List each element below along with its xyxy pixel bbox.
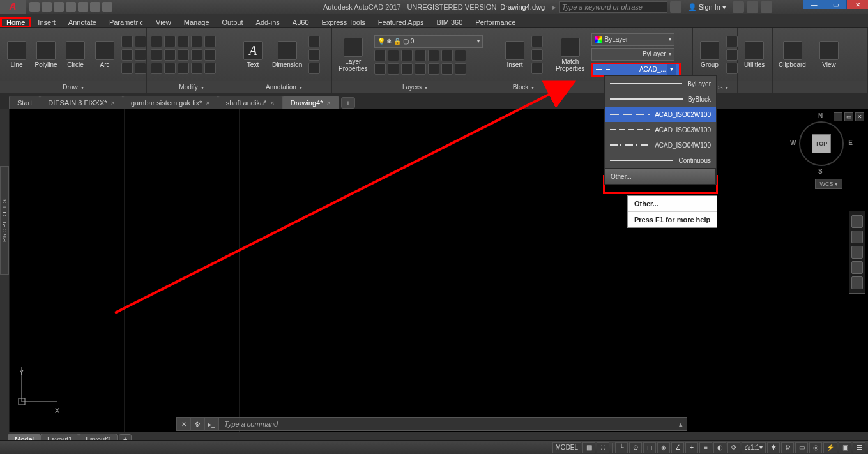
array-icon[interactable]: [191, 49, 202, 61]
help-icon[interactable]: [761, 1, 772, 13]
cmdline-history-icon[interactable]: ▴: [675, 420, 687, 428]
layer-iso-icon[interactable]: [428, 50, 439, 61]
qat-save-icon[interactable]: [54, 2, 64, 12]
status-dyn-icon[interactable]: +: [685, 442, 698, 453]
view-button[interactable]: View: [816, 40, 842, 70]
move-icon[interactable]: [151, 36, 162, 47]
mtext-icon[interactable]: [308, 63, 320, 74]
dimension-button[interactable]: Dimension: [270, 40, 305, 70]
hatch-icon[interactable]: [121, 49, 133, 61]
ribbon-tab-performance[interactable]: Performance: [469, 17, 522, 27]
viewcube-n[interactable]: N: [818, 112, 823, 119]
leader-icon[interactable]: [308, 36, 320, 47]
signin-button[interactable]: 👤 Sign In ▾: [684, 3, 730, 11]
status-otrack-icon[interactable]: ∠: [671, 442, 684, 453]
linetype-item[interactable]: ACAD_ISO04W100: [605, 137, 716, 153]
drawing-canvas[interactable]: — ▭ ✕ TOP N S E W WCS ▾ Y X: [9, 109, 868, 432]
color-combo[interactable]: ByLayer▾: [591, 33, 674, 46]
erase-icon[interactable]: [191, 36, 202, 47]
linetype-item[interactable]: ACAD_ISO03W100: [605, 122, 716, 137]
polyline-button[interactable]: Polyline: [33, 40, 59, 70]
infocenter-search-icon[interactable]: [670, 1, 681, 13]
nav-orbit-icon[interactable]: [851, 261, 863, 274]
ribbon-tab-home[interactable]: Home: [0, 17, 31, 27]
window-maximize-button[interactable]: ▭: [825, 0, 846, 9]
app-menu-button[interactable]: A: [0, 0, 26, 14]
status-hardware-icon[interactable]: ⚡: [823, 442, 837, 453]
status-ortho-icon[interactable]: └: [615, 442, 628, 453]
ellipse-icon[interactable]: [135, 36, 146, 47]
ribbon-tab-bim-360[interactable]: BIM 360: [430, 17, 469, 27]
status-annotation-icon[interactable]: ✱: [767, 442, 780, 453]
extend-icon[interactable]: [178, 63, 189, 74]
infocenter-search-input[interactable]: Type a keyword or phrase: [559, 1, 667, 13]
status-osnap-icon[interactable]: ◻: [643, 442, 656, 453]
attr-icon[interactable]: [531, 63, 543, 74]
layer-walk-icon[interactable]: [441, 63, 453, 75]
arc-button[interactable]: Arc: [92, 40, 118, 70]
status-cycling-icon[interactable]: ⟳: [727, 442, 740, 453]
window-close-button[interactable]: ✕: [846, 0, 868, 9]
ungroup-icon[interactable]: [726, 36, 738, 47]
stayconnected-icon[interactable]: [747, 1, 758, 13]
chamfer-icon[interactable]: [191, 63, 202, 74]
circle-button[interactable]: Circle: [63, 40, 88, 70]
layer-prev-icon[interactable]: [455, 50, 466, 61]
linetype-other-button[interactable]: Other...: [605, 168, 716, 185]
status-annoscale-button[interactable]: ⚖ 1:1 ▾: [742, 442, 766, 453]
qat-redo-icon[interactable]: [102, 2, 112, 12]
linetype-combo[interactable]: — – — – ACAD_... ▼: [591, 63, 681, 77]
layer-freeze-icon[interactable]: [388, 50, 399, 61]
create-block-icon[interactable]: [531, 36, 543, 47]
viewcube-s[interactable]: S: [818, 168, 823, 175]
qat-undo-icon[interactable]: [90, 2, 100, 12]
layer-thaw-icon[interactable]: [388, 63, 399, 75]
spline-icon[interactable]: [135, 49, 146, 61]
clipboard-button[interactable]: Clipboard: [777, 40, 808, 70]
scale-icon[interactable]: [164, 63, 176, 74]
cmdline-config-icon[interactable]: ⚙: [191, 418, 205, 430]
rotate-icon[interactable]: [164, 36, 176, 47]
qat-open-icon[interactable]: [42, 2, 52, 12]
status-grid-icon[interactable]: ▦: [582, 442, 595, 453]
point-icon[interactable]: [121, 63, 133, 74]
stretch-icon[interactable]: [151, 63, 162, 74]
insert-button[interactable]: Insert: [502, 40, 528, 70]
qat-saveas-icon[interactable]: [66, 2, 76, 12]
qat-new-icon[interactable]: [29, 2, 40, 12]
status-model-button[interactable]: MODEL: [552, 442, 582, 453]
trim-icon[interactable]: [178, 36, 189, 47]
ribbon-tab-add-ins[interactable]: Add-ins: [250, 17, 286, 27]
align-icon[interactable]: [204, 63, 216, 74]
layer-delete-icon[interactable]: [428, 63, 439, 75]
table-icon[interactable]: [308, 49, 320, 61]
rectangle-icon[interactable]: [121, 36, 133, 47]
ribbon-tab-a360[interactable]: A360: [286, 17, 316, 27]
group-bbox-icon[interactable]: [726, 63, 738, 74]
doc-tab[interactable]: DIESAIN 3 FIXXX*×: [40, 96, 123, 109]
status-monitor-icon[interactable]: ▭: [795, 442, 808, 453]
new-drawing-button[interactable]: +: [341, 97, 355, 109]
wcs-badge[interactable]: WCS ▾: [815, 179, 842, 189]
close-icon[interactable]: ×: [326, 99, 330, 107]
status-isolate-icon[interactable]: ◎: [809, 442, 822, 453]
nav-zoom-icon[interactable]: [851, 246, 863, 259]
close-icon[interactable]: ×: [206, 99, 209, 107]
layer-state-icon[interactable]: [455, 63, 466, 75]
linetype-item[interactable]: Continuous: [605, 153, 716, 168]
status-polar-icon[interactable]: ⊙: [629, 442, 642, 453]
ribbon-tab-featured-apps[interactable]: Featured Apps: [372, 17, 430, 27]
close-icon[interactable]: ×: [270, 99, 274, 107]
viewcube[interactable]: TOP N S E W: [793, 115, 850, 172]
viewcube-e[interactable]: E: [848, 139, 853, 146]
doc-tab[interactable]: shaft andika*×: [218, 96, 283, 109]
mirror-icon[interactable]: [164, 49, 176, 61]
nav-pan-icon[interactable]: [851, 231, 863, 243]
properties-palette-tab[interactable]: PROPERTIES: [0, 166, 9, 275]
edit-block-icon[interactable]: [531, 49, 543, 61]
layer-unlock-icon[interactable]: [401, 63, 413, 75]
doc-tab[interactable]: Start: [9, 96, 40, 109]
linetype-item[interactable]: ACAD_ISO02W100: [605, 107, 716, 122]
group-edit-icon[interactable]: [726, 49, 738, 61]
text-button[interactable]: AText: [240, 40, 266, 70]
